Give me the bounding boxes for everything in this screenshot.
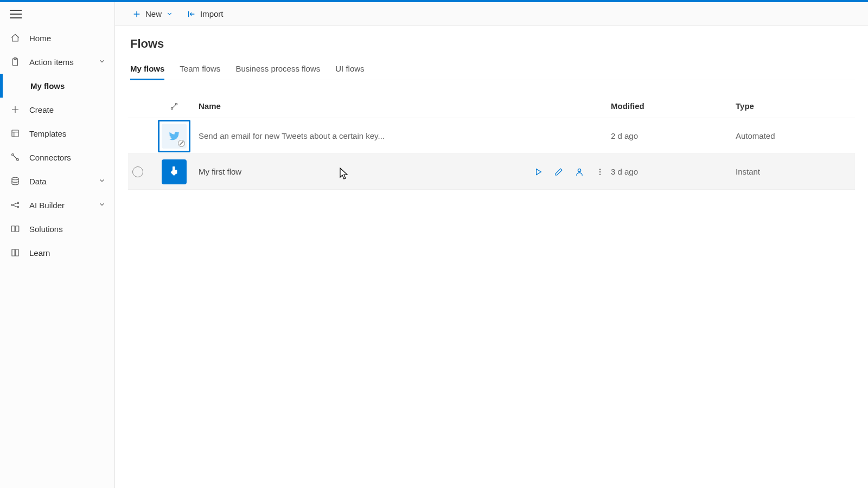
sidebar-item-home[interactable]: Home: [0, 26, 114, 50]
header-flow-icon: [150, 102, 199, 111]
sidebar-item-label: Solutions: [29, 224, 107, 234]
svg-point-5: [12, 177, 18, 180]
more-vertical-icon: [596, 168, 604, 176]
sidebar-item-ai-builder[interactable]: AI Builder: [0, 193, 114, 217]
sidebar-item-templates[interactable]: Templates: [0, 121, 114, 145]
chevron-down-icon: [98, 177, 107, 185]
ai-icon: [10, 200, 21, 210]
clipboard-icon: [10, 56, 21, 67]
content: Flows My flows Team flows Business proce…: [115, 26, 868, 488]
row-select-circle[interactable]: [132, 166, 143, 177]
sidebar-item-label: Action items: [29, 57, 98, 67]
svg-point-12: [175, 103, 177, 105]
flow-type: Instant: [736, 167, 855, 176]
svg-point-16: [599, 174, 601, 175]
plus-icon: [10, 104, 21, 115]
flow-name-link[interactable]: My first flow: [199, 167, 241, 176]
sidebar-header: [0, 2, 114, 26]
chevron-down-icon: [98, 201, 107, 209]
sidebar-item-label: My flows: [30, 81, 107, 91]
run-button[interactable]: [533, 166, 544, 177]
templates-icon: [10, 128, 21, 139]
share-person-icon: [575, 167, 584, 177]
sidebar-item-label: Data: [29, 177, 98, 186]
sidebar-item-my-flows[interactable]: My flows: [0, 74, 114, 98]
app-root: Home Action items My flows Create Templa: [0, 2, 868, 488]
main-area: New Import Flows My flows Team flows Bus…: [115, 2, 868, 488]
header-name[interactable]: Name: [199, 101, 508, 111]
sidebar: Home Action items My flows Create Templa: [0, 2, 115, 488]
selection-frame: [158, 120, 190, 152]
table-header: Name Modified Type: [128, 94, 855, 118]
tab-label: UI flows: [335, 64, 364, 73]
flow-modified: 3 d ago: [611, 167, 736, 176]
header-type[interactable]: Type: [736, 101, 855, 111]
table-row[interactable]: Send an email for new Tweets about a cer…: [128, 118, 855, 154]
flow-name-link[interactable]: Send an email for new Tweets about a cer…: [199, 131, 385, 140]
svg-point-7: [17, 202, 19, 204]
tab-business-process-flows[interactable]: Business process flows: [235, 59, 320, 80]
svg-rect-2: [12, 130, 18, 137]
tab-strip: My flows Team flows Business process flo…: [128, 59, 855, 80]
connectors-icon: [10, 152, 21, 163]
tab-ui-flows[interactable]: UI flows: [335, 59, 364, 80]
instant-flow-icon: [162, 159, 187, 184]
sidebar-item-label: AI Builder: [29, 201, 98, 210]
flow-modified: 2 d ago: [611, 131, 736, 140]
share-button[interactable]: [574, 166, 585, 177]
svg-point-4: [17, 159, 19, 161]
edit-button[interactable]: [553, 166, 564, 177]
database-icon: [10, 176, 21, 187]
flow-icon: [170, 102, 178, 111]
flow-type: Automated: [736, 131, 855, 140]
svg-point-6: [11, 204, 13, 206]
svg-point-15: [599, 171, 601, 172]
tab-label: Business process flows: [235, 64, 320, 73]
chevron-down-icon: [166, 10, 173, 17]
page-title: Flows: [128, 37, 855, 51]
svg-point-14: [599, 169, 601, 170]
pencil-icon: [554, 168, 563, 176]
svg-point-8: [17, 206, 19, 208]
sidebar-item-learn[interactable]: Learn: [0, 241, 114, 265]
sidebar-item-label: Templates: [29, 129, 107, 138]
sidebar-item-solutions[interactable]: Solutions: [0, 217, 114, 241]
svg-point-13: [578, 169, 580, 171]
button-label: Import: [200, 9, 224, 18]
flows-table: Name Modified Type: [128, 94, 855, 190]
sidebar-item-connectors[interactable]: Connectors: [0, 145, 114, 169]
sidebar-item-label: Create: [29, 105, 107, 114]
tab-team-flows[interactable]: Team flows: [180, 59, 220, 80]
chevron-down-icon: [98, 57, 107, 66]
tab-my-flows[interactable]: My flows: [130, 59, 164, 80]
header-modified[interactable]: Modified: [611, 101, 736, 111]
new-button[interactable]: New: [127, 2, 178, 26]
sidebar-item-create[interactable]: Create: [0, 98, 114, 121]
tab-label: My flows: [130, 64, 164, 73]
plus-icon: [132, 10, 141, 18]
solutions-icon: [10, 223, 21, 234]
svg-point-11: [171, 107, 173, 109]
tab-label: Team flows: [180, 64, 220, 73]
hamburger-icon[interactable]: [10, 10, 22, 18]
import-icon: [187, 10, 196, 18]
sidebar-item-label: Learn: [29, 248, 107, 258]
sidebar-item-label: Home: [29, 34, 107, 43]
sidebar-item-label: Connectors: [29, 153, 107, 162]
svg-rect-10: [16, 226, 19, 232]
book-icon: [10, 247, 21, 258]
import-button[interactable]: Import: [182, 2, 229, 26]
svg-rect-9: [11, 226, 15, 232]
svg-point-3: [12, 154, 14, 156]
sidebar-item-data[interactable]: Data: [0, 169, 114, 193]
disabled-overlay-icon: [178, 140, 185, 147]
sidebar-item-action-items[interactable]: Action items: [0, 50, 114, 74]
command-bar: New Import: [115, 2, 868, 26]
home-icon: [10, 33, 21, 43]
table-row[interactable]: My first flow: [128, 154, 855, 190]
twitter-flow-icon: [162, 124, 187, 149]
play-icon: [534, 168, 542, 176]
button-label: New: [145, 9, 162, 18]
more-actions-button[interactable]: [595, 166, 605, 177]
